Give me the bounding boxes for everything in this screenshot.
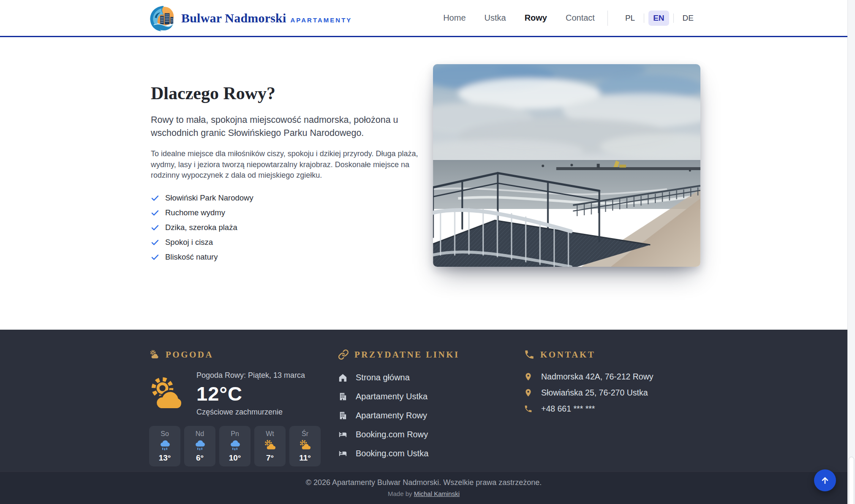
sun-cloud-icon xyxy=(149,377,186,411)
contact-list: Nadmorska 42A, 76-212 Rowy Słowiańska 25… xyxy=(524,372,698,414)
forecast-day: So xyxy=(161,430,169,438)
made-by-link[interactable]: Michal Kaminski xyxy=(414,490,460,497)
footer-link-label: Strona główna xyxy=(356,373,410,382)
home-icon xyxy=(338,373,348,382)
header-divider xyxy=(607,11,608,26)
feature-item: Bliskość natury xyxy=(151,252,433,262)
nav-contact[interactable]: Contact xyxy=(566,13,595,23)
contact-label: Słowiańska 25, 76-270 Ustka xyxy=(541,388,648,398)
made-by-prefix: Made by xyxy=(388,490,414,497)
lang-separator xyxy=(673,14,674,23)
scrollbar-track[interactable] xyxy=(847,0,855,504)
main-nav: Home Ustka Rowy Contact xyxy=(443,13,595,23)
building-icon xyxy=(338,411,348,420)
lang-en[interactable]: EN xyxy=(648,11,669,26)
scrollbar-thumb[interactable] xyxy=(849,457,854,504)
forecast-temp: 10° xyxy=(229,453,241,463)
body-paragraph: To idealne miejsce dla miłośników ciszy,… xyxy=(151,149,428,181)
rain-icon xyxy=(229,439,241,452)
contact-address-ustka: Słowiańska 25, 76-270 Ustka xyxy=(524,388,698,398)
forecast-day: Wt xyxy=(266,430,274,438)
link-icon xyxy=(338,349,349,360)
copyright-text: © 2026 Apartamenty Bulwar Nadmorski. Wsz… xyxy=(0,478,847,487)
footer-link-apartamenty-ustka[interactable]: Apartamenty Ustka xyxy=(338,392,524,401)
links-title: PRZYDATNE LINKI xyxy=(338,349,524,360)
phone-icon xyxy=(524,404,533,413)
forecast-card: Śr 11° xyxy=(289,426,321,466)
feature-label: Słowiński Park Narodowy xyxy=(165,193,253,203)
footer-link-label: Booking.com Rowy xyxy=(356,430,428,439)
feature-list: Słowiński Park Narodowy Ruchome wydmy Dz… xyxy=(151,193,433,262)
footer-link-home[interactable]: Strona główna xyxy=(338,373,524,382)
made-by-text: Made by Michal Kaminski xyxy=(0,490,847,497)
rain-icon xyxy=(193,439,206,452)
bottom-bar: © 2026 Apartamenty Bulwar Nadmorski. Wsz… xyxy=(0,471,847,504)
footer-link-label: Apartamenty Rowy xyxy=(356,411,427,420)
check-icon xyxy=(151,238,159,247)
logo-wave-sun-icon xyxy=(149,5,175,31)
language-switcher: PL EN DE xyxy=(621,11,698,26)
logo-subtitle: APARTAMENTY xyxy=(291,16,352,24)
contact-title: KONTAKT xyxy=(524,349,698,360)
links-column: PRZYDATNE LINKI Strona główna Apartament… xyxy=(338,349,524,468)
contact-phone: +48 661 *** *** xyxy=(524,404,698,414)
logo-title: Bulwar Nadmorski xyxy=(181,11,286,25)
weather-title: POGODA xyxy=(149,349,338,360)
weather-temperature: 12°C xyxy=(196,382,305,405)
feature-label: Ruchome wydmy xyxy=(165,208,225,217)
check-icon xyxy=(151,253,159,261)
site-footer: POGODA Pogoda Rowy: Piątek, 13 marca 12°… xyxy=(0,330,847,471)
page: Bulwar Nadmorski APARTAMENTY Home Ustka … xyxy=(0,0,847,504)
bed-icon xyxy=(338,449,348,458)
forecast-day: Pn xyxy=(231,430,239,438)
footer-link-label: Booking.com Ustka xyxy=(356,449,428,458)
forecast-temp: 7° xyxy=(266,453,274,463)
check-icon xyxy=(151,194,159,202)
rain-icon xyxy=(158,439,171,452)
weather-title-label: POGODA xyxy=(166,350,213,360)
phone-icon xyxy=(524,349,535,360)
feature-label: Bliskość natury xyxy=(165,252,218,262)
contact-column: KONTAKT Nadmorska 42A, 76-212 Rowy Słowi… xyxy=(524,349,698,468)
footer-link-booking-rowy[interactable]: Booking.com Rowy xyxy=(338,430,524,439)
contact-title-label: KONTAKT xyxy=(540,350,595,360)
forecast-temp: 6° xyxy=(196,453,204,463)
footer-link-list: Strona główna Apartamenty Ustka Apartame… xyxy=(338,373,524,458)
rowy-pier-photo xyxy=(433,64,700,267)
bed-icon xyxy=(338,430,348,439)
contact-address-rowy: Nadmorska 42A, 76-212 Rowy xyxy=(524,372,698,382)
page-title: Dlaczego Rowy? xyxy=(151,83,433,103)
forecast-day: Nd xyxy=(196,430,204,438)
footer-link-booking-ustka[interactable]: Booking.com Ustka xyxy=(338,449,524,458)
footer-link-apartamenty-rowy[interactable]: Apartamenty Rowy xyxy=(338,411,524,420)
lang-de[interactable]: DE xyxy=(678,11,698,26)
arrow-up-icon xyxy=(820,475,830,485)
forecast-card: So 13° xyxy=(149,426,180,466)
feature-label: Dzika, szeroka plaża xyxy=(165,223,237,232)
map-pin-icon xyxy=(524,388,533,397)
contact-label: Nadmorska 42A, 76-212 Rowy xyxy=(541,372,654,382)
sun-cloud-icon xyxy=(264,439,276,452)
lead-paragraph: Rowy to mała, spokojna miejscowość nadmo… xyxy=(151,114,433,140)
forecast-day: Śr xyxy=(302,430,308,438)
feature-item: Dzika, szeroka plaża xyxy=(151,223,433,232)
feature-item: Spokoj i cisza xyxy=(151,238,433,247)
forecast-card: Nd 6° xyxy=(184,426,215,466)
check-icon xyxy=(151,209,159,217)
why-rowy-section: Dlaczego Rowy? Rowy to mała, spokojna mi… xyxy=(0,37,847,330)
nav-ustka[interactable]: Ustka xyxy=(485,13,506,23)
lang-pl[interactable]: PL xyxy=(621,11,640,26)
feature-item: Ruchome wydmy xyxy=(151,208,433,217)
nav-rowy[interactable]: Rowy xyxy=(525,13,547,23)
nav-home[interactable]: Home xyxy=(443,13,466,23)
lang-separator xyxy=(644,14,644,23)
links-title-label: PRZYDATNE LINKI xyxy=(354,350,460,360)
feature-label: Spokoj i cisza xyxy=(165,238,213,247)
contact-label: +48 661 *** *** xyxy=(541,404,595,414)
sun-cloud-icon xyxy=(149,349,160,360)
sun-cloud-icon xyxy=(299,439,311,452)
scroll-to-top-button[interactable] xyxy=(814,469,836,491)
site-header: Bulwar Nadmorski APARTAMENTY Home Ustka … xyxy=(0,0,847,37)
site-logo[interactable]: Bulwar Nadmorski APARTAMENTY xyxy=(149,5,352,31)
forecast-card: Wt 7° xyxy=(254,426,286,466)
